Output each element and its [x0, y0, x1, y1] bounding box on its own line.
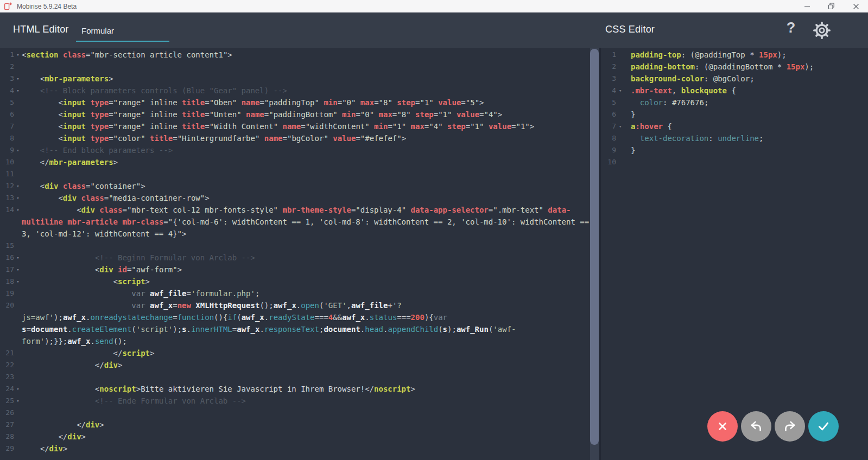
css-editor-title: CSS Editor	[605, 24, 655, 35]
code-line[interactable]: 17▾ <div id="awf-form">	[0, 264, 589, 276]
gutter: 7▾	[601, 120, 631, 132]
code-line[interactable]: 2	[0, 61, 589, 73]
code-line[interactable]: 3▾ <mbr-parameters>	[0, 73, 589, 85]
fold-arrow-icon[interactable]: ▾	[14, 204, 22, 216]
line-number: 1	[0, 49, 14, 61]
code-line[interactable]: 3background-color: @bgColor;	[601, 73, 868, 85]
html-code-editor[interactable]: 1▾<section class="mbr-section article co…	[0, 48, 589, 460]
code-line[interactable]: 14▾ <div class="mbr-text col-12 mbr-font…	[0, 204, 589, 216]
tab-formular[interactable]: Formular	[76, 26, 169, 35]
code-line[interactable]: 20 var awf_x=new XMLHttpRequest();awf_x.…	[0, 299, 589, 311]
gutter: 4▾	[0, 85, 22, 97]
code-line[interactable]: 24▾ <noscript>Bitte aktivieren Sie Javas…	[0, 383, 589, 395]
fold-spacer	[616, 156, 631, 168]
line-number: 28	[0, 431, 14, 443]
undo-icon	[749, 419, 763, 433]
fold-arrow-icon[interactable]: ▾	[14, 395, 22, 407]
code-line[interactable]: 22 </div>	[0, 359, 589, 371]
code-line[interactable]: form');}};awf_x.send();	[0, 335, 589, 347]
code-text: <script>	[22, 276, 150, 288]
code-text: .mbr-text, blockquote {	[631, 85, 736, 97]
code-text: s=document.createElement('script');s.inn…	[22, 323, 516, 335]
line-number: 27	[0, 419, 14, 431]
code-line[interactable]: 2padding-bottom: (@paddingBottom * 15px)…	[601, 61, 868, 73]
gutter	[0, 311, 22, 323]
redo-button[interactable]	[775, 411, 805, 442]
fold-arrow-icon[interactable]: ▾	[14, 192, 22, 204]
code-line[interactable]: 16▾ <!-- Beginn Formular von Arclab -->	[0, 252, 589, 264]
fold-spacer	[14, 431, 22, 443]
code-line[interactable]: 5 color: #767676;	[601, 97, 868, 108]
code-line[interactable]: 7▾a:hover {	[601, 120, 868, 132]
gutter: 8	[601, 132, 631, 144]
line-number: 7	[0, 120, 14, 132]
code-line[interactable]: 15	[0, 240, 589, 252]
close-window-button[interactable]	[844, 0, 868, 12]
code-line[interactable]: 11	[0, 168, 589, 180]
fold-arrow-icon[interactable]: ▾	[14, 252, 22, 264]
cancel-button[interactable]	[707, 411, 738, 442]
window-title: Mobirise 5.9.24 Beta	[17, 3, 77, 10]
code-text: padding-bottom: (@paddingBottom * 15px);	[631, 61, 814, 73]
fold-arrow-icon[interactable]: ▾	[14, 49, 22, 61]
code-line[interactable]: 8 <input type="color" title="Hintergrund…	[0, 132, 589, 144]
code-text: <!-- Beginn Formular von Arclab -->	[22, 252, 255, 264]
fold-arrow-icon[interactable]: ▾	[14, 383, 22, 395]
code-line[interactable]: 12▾ <div class="container">	[0, 180, 589, 192]
scrollbar[interactable]	[590, 48, 599, 460]
code-line[interactable]: 21 </script>	[0, 347, 589, 359]
fold-arrow-icon[interactable]: ▾	[616, 85, 631, 97]
code-line[interactable]: 4▾.mbr-text, blockquote {	[601, 85, 868, 97]
code-line[interactable]: 6}	[601, 108, 868, 120]
code-line[interactable]: 28 </div>	[0, 431, 589, 443]
fold-arrow-icon[interactable]: ▾	[14, 264, 22, 276]
code-line[interactable]: 9▾ <!-- End block parameters -->	[0, 144, 589, 156]
code-line[interactable]: 5 <input type="range" inline title="Oben…	[0, 97, 589, 108]
code-line[interactable]: s=document.createElement('script');s.inn…	[0, 323, 589, 335]
fold-spacer	[14, 323, 22, 335]
code-line[interactable]: 27 </div>	[0, 419, 589, 431]
code-line[interactable]: 4▾ <!-- Block parameters controls (Blue …	[0, 85, 589, 97]
line-number: 26	[0, 407, 14, 419]
scrollbar-thumb[interactable]	[590, 49, 599, 445]
code-line[interactable]: js=awf');awf_x.onreadystatechange=functi…	[0, 311, 589, 323]
fold-arrow-icon[interactable]: ▾	[14, 144, 22, 156]
help-icon[interactable]: ?	[782, 20, 800, 36]
code-text: <mbr-parameters>	[22, 73, 113, 85]
code-line[interactable]: 9}	[601, 144, 868, 156]
code-line[interactable]: 10	[601, 156, 868, 168]
line-number: 24	[0, 383, 14, 395]
fold-arrow-icon[interactable]: ▾	[14, 276, 22, 288]
code-line[interactable]: 1▾<section class="mbr-section article co…	[0, 49, 589, 61]
css-code-editor[interactable]: 1padding-top: (@paddingTop * 15px);2padd…	[601, 48, 868, 460]
fold-arrow-icon[interactable]: ▾	[14, 85, 22, 97]
code-line[interactable]: 3, 'col-md-12': widthContent == 4}">	[0, 228, 589, 240]
code-line[interactable]: 7 <input type="range" inline title="Widt…	[0, 120, 589, 132]
code-line[interactable]: 26	[0, 407, 589, 419]
code-line[interactable]: 6 <input type="range" inline title="Unte…	[0, 108, 589, 120]
undo-button[interactable]	[741, 411, 771, 442]
code-line[interactable]: 10 </mbr-parameters>	[0, 156, 589, 168]
code-text: <input type="range" inline title="Oben" …	[22, 97, 484, 108]
code-line[interactable]: 13▾ <div class="media-container-row">	[0, 192, 589, 204]
code-line[interactable]: 25▾ <!-- Ende Formular von Arclab -->	[0, 395, 589, 407]
fold-arrow-icon[interactable]: ▾	[14, 180, 22, 192]
gear-icon[interactable]	[813, 21, 831, 40]
code-line[interactable]: 19 var awf_file='formular.php';	[0, 288, 589, 299]
fold-spacer	[14, 359, 22, 371]
code-line[interactable]: multiline mbr-article mbr-class="{'col-m…	[0, 216, 589, 228]
minimize-button[interactable]	[795, 0, 819, 12]
redo-icon	[783, 419, 797, 433]
code-line[interactable]: 1padding-top: (@paddingTop * 15px);	[601, 49, 868, 61]
code-line[interactable]: 8 text-decoration: underline;	[601, 132, 868, 144]
gutter	[0, 216, 22, 228]
fold-arrow-icon[interactable]: ▾	[616, 120, 631, 132]
gutter: 5	[0, 97, 22, 108]
code-line[interactable]: 18▾ <script>	[0, 276, 589, 288]
gutter: 2	[0, 61, 22, 73]
code-line[interactable]: 23	[0, 371, 589, 383]
apply-button[interactable]	[808, 411, 839, 442]
restore-button[interactable]	[819, 0, 844, 12]
code-line[interactable]: 29 </div>	[0, 443, 589, 455]
fold-arrow-icon[interactable]: ▾	[14, 73, 22, 85]
